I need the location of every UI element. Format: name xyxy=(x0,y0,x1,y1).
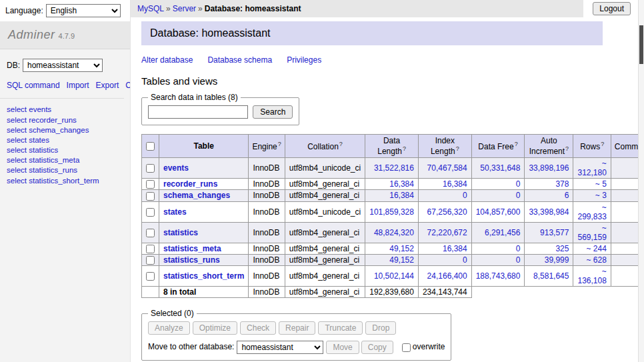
link-alter-database[interactable]: Alter database xyxy=(141,55,193,65)
index-length-link[interactable]: 67,256,320 xyxy=(427,207,467,217)
data-length-link[interactable]: 49,152 xyxy=(389,255,414,265)
link-privileges[interactable]: Privileges xyxy=(287,55,321,65)
data-length-link[interactable]: 48,824,320 xyxy=(374,228,414,237)
auto-increment-link[interactable]: 378 xyxy=(555,179,569,189)
column-help-icon[interactable]: ? xyxy=(339,141,343,147)
overwrite-checkbox[interactable] xyxy=(402,343,411,352)
rows-link[interactable]: ~ 628 xyxy=(586,255,606,265)
table-name-link[interactable]: statistics_meta xyxy=(163,244,221,253)
sidebar-item-select-statistics[interactable]: select statistics xyxy=(7,145,123,155)
sidebar-item-select-states[interactable]: select states xyxy=(7,135,123,145)
index-length-link[interactable]: 24,166,400 xyxy=(427,271,467,281)
table-name-link[interactable]: recorder_runs xyxy=(163,179,217,189)
sidebar-link-create-table[interactable]: Create table xyxy=(125,81,130,90)
index-length-link[interactable]: 70,467,584 xyxy=(427,163,467,173)
table-name-link[interactable]: schema_changes xyxy=(163,191,230,200)
column-help-icon[interactable]: ? xyxy=(403,145,406,152)
check-button[interactable]: Check xyxy=(240,321,276,335)
table-name-link[interactable]: events xyxy=(163,163,189,173)
row-checkbox[interactable] xyxy=(146,164,155,173)
auto-increment-link[interactable]: 325 xyxy=(555,244,569,253)
index-length-link[interactable]: 16,384 xyxy=(443,244,467,253)
repair-button[interactable]: Repair xyxy=(279,321,315,335)
index-length-link[interactable]: 16,384 xyxy=(443,179,467,189)
column-help-icon[interactable]: ? xyxy=(456,145,459,152)
sidebar-item-select-statistics-runs[interactable]: select statistics_runs xyxy=(7,165,123,175)
breadcrumb-link-server[interactable]: Server xyxy=(173,4,196,13)
table-name-link[interactable]: statistics xyxy=(163,228,198,237)
move-db-select[interactable]: homeassistant xyxy=(237,341,323,354)
rows-link[interactable]: ~ 5 xyxy=(595,179,607,189)
link-database-schema[interactable]: Database schema xyxy=(207,55,272,65)
optimize-button[interactable]: Optimize xyxy=(193,321,237,335)
data-length-link[interactable]: 10,502,144 xyxy=(374,271,414,281)
column-help-icon[interactable]: ? xyxy=(565,145,569,152)
data-free-link[interactable]: 50,331,648 xyxy=(480,163,520,173)
sidebar-item-select-events[interactable]: select events xyxy=(7,105,123,115)
rows-link[interactable]: ~ 136,108 xyxy=(577,267,606,285)
auto-increment-link[interactable]: 6 xyxy=(565,191,569,200)
data-length-link[interactable]: 101,859,328 xyxy=(369,207,414,217)
language-select[interactable]: English xyxy=(46,4,121,17)
row-checkbox[interactable] xyxy=(146,229,155,237)
data-free-link[interactable]: 0 xyxy=(516,244,521,253)
table-name-link[interactable]: statistics_runs xyxy=(163,255,220,265)
column-help-icon[interactable]: ? xyxy=(278,141,281,147)
sidebar-item-select-recorder-runs[interactable]: select recorder_runs xyxy=(7,115,123,125)
row-checkbox[interactable] xyxy=(146,245,155,253)
move-button[interactable]: Move xyxy=(326,341,359,354)
sidebar-item-select-schema-changes[interactable]: select schema_changes xyxy=(7,125,123,135)
scrollbar-track[interactable] xyxy=(638,0,644,362)
rows-link[interactable]: ~ 312,180 xyxy=(577,159,606,177)
scrollbar-thumb[interactable] xyxy=(639,25,643,64)
data-free-link[interactable]: 0 xyxy=(516,179,521,189)
auto-increment-link[interactable]: 39,999 xyxy=(545,255,569,265)
column-help-icon[interactable]: ? xyxy=(601,141,604,147)
row-checkbox[interactable] xyxy=(146,256,155,265)
search-button[interactable]: Search xyxy=(253,105,293,119)
table-name-link[interactable]: states xyxy=(163,207,187,217)
index-length-link[interactable]: 72,220,672 xyxy=(427,228,467,237)
db-select[interactable]: homeassistant xyxy=(23,59,103,72)
auto-increment-link[interactable]: 33,898,196 xyxy=(529,163,569,173)
truncate-button[interactable]: Truncate xyxy=(318,321,363,335)
auto-increment-link[interactable]: 8,581,645 xyxy=(533,271,569,281)
data-free-link[interactable]: 0 xyxy=(516,255,521,265)
sidebar-link-sql-command[interactable]: SQL command xyxy=(7,81,60,90)
drop-button[interactable]: Drop xyxy=(365,321,396,335)
row-checkbox[interactable] xyxy=(146,208,155,217)
data-length-link[interactable]: 31,522,816 xyxy=(374,163,414,173)
rows-link[interactable]: ~ 3 xyxy=(595,191,607,200)
data-length-link[interactable]: 16,384 xyxy=(389,191,414,200)
search-input[interactable] xyxy=(148,105,248,119)
move-row: Move to other database:homeassistantMove… xyxy=(148,341,445,354)
rows-link[interactable]: ~ 244 xyxy=(586,244,606,253)
data-free-link[interactable]: 104,857,600 xyxy=(476,207,521,217)
breadcrumb-link-mysql[interactable]: MySQL xyxy=(137,4,164,13)
sidebar-item-select-statistics-short-term[interactable]: select statistics_short_term xyxy=(7,176,123,186)
auto-increment-link[interactable]: 33,398,984 xyxy=(529,207,569,217)
data-length-link[interactable]: 49,152 xyxy=(389,244,414,253)
rows-link[interactable]: ~ 569,159 xyxy=(577,223,606,242)
index-length-link[interactable]: 0 xyxy=(463,255,467,265)
index-length-link[interactable]: 0 xyxy=(463,191,467,200)
data-free-link[interactable]: 6,291,456 xyxy=(485,228,520,237)
logout-button[interactable]: Logout xyxy=(593,2,631,15)
data-free-link[interactable]: 188,743,680 xyxy=(476,271,521,281)
auto-increment-link[interactable]: 913,577 xyxy=(540,228,569,237)
adminer-logo[interactable]: Adminer xyxy=(8,28,55,41)
row-checkbox[interactable] xyxy=(146,272,155,281)
rows-link[interactable]: ~ 299,833 xyxy=(577,203,606,221)
select-all-checkbox[interactable] xyxy=(146,142,155,151)
row-checkbox[interactable] xyxy=(146,180,155,189)
sidebar-link-export[interactable]: Export xyxy=(96,81,119,90)
analyze-button[interactable]: Analyze xyxy=(148,321,190,335)
table-name-link[interactable]: statistics_short_term xyxy=(163,271,244,281)
data-length-link[interactable]: 16,384 xyxy=(389,179,414,189)
copy-button[interactable]: Copy xyxy=(361,341,393,354)
column-help-icon[interactable]: ? xyxy=(515,141,518,147)
row-checkbox[interactable] xyxy=(146,192,155,201)
data-free-link[interactable]: 0 xyxy=(516,191,521,200)
sidebar-link-import[interactable]: Import xyxy=(67,81,89,90)
sidebar-item-select-statistics-meta[interactable]: select statistics_meta xyxy=(7,155,123,165)
